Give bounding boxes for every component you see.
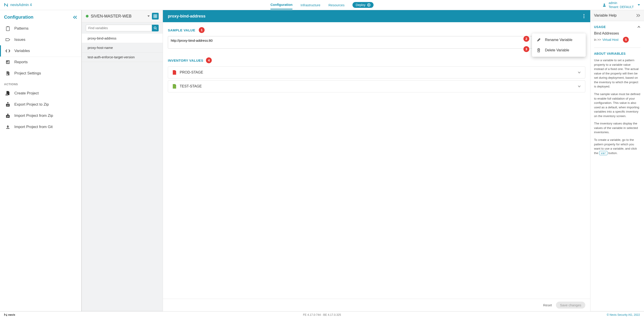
help-expand-button[interactable] [636, 14, 640, 17]
virtual-host-link[interactable]: Virtual Host [602, 38, 618, 42]
nevis-logo-icon [4, 3, 8, 7]
play-icon [367, 3, 370, 7]
chevron-down-icon [578, 71, 581, 74]
save-button[interactable]: Save changes [556, 302, 585, 308]
action-import-git[interactable]: Import Project from Git [0, 121, 81, 133]
table-view-button[interactable] [152, 13, 159, 20]
rename-variable-button[interactable]: Rename Variable 2 [532, 35, 586, 45]
svg-rect-1 [6, 27, 10, 31]
deploy-button[interactable]: Deploy [352, 2, 374, 8]
sidebar-item-variables[interactable]: Variables [0, 45, 81, 57]
project-name-label: SIVEN-MASTER-WEB [91, 14, 132, 18]
user-menu[interactable]: admin Tenant: DEFAULT [602, 1, 640, 9]
help-panel: Variable Help USAGE Bind Addresses in >>… [590, 10, 644, 311]
nav-infrastructure[interactable]: Infrastructure [300, 1, 320, 9]
help-paragraph: Use a variable to set a pattern property… [594, 58, 640, 89]
project-selector[interactable]: SIVEN-MASTER-WEB [91, 14, 144, 19]
nav-configuration[interactable]: Configuration [270, 1, 292, 10]
sample-value-input[interactable] [168, 36, 585, 49]
chevron-up-icon[interactable] [637, 26, 640, 28]
annotation-badge-2: 2 [524, 36, 529, 42]
sample-value-label: SAMPLE VALUE [168, 28, 195, 32]
footer: nevis FE 4.17.0-744 - BE 4.17.0.325 © Ne… [0, 311, 644, 318]
top-bar: nevisAdmin 4 Configuration Infrastructur… [0, 0, 644, 10]
action-import-zip[interactable]: ZIP Import Project from Zip [0, 110, 81, 121]
svg-rect-2 [7, 26, 8, 27]
help-paragraph: The inventory values display the values … [594, 121, 640, 135]
var-pill: var [599, 151, 608, 155]
tag-icon [6, 37, 10, 42]
chevron-down-icon [638, 4, 640, 6]
search-variables-input[interactable] [86, 25, 152, 31]
sidebar-actions-label: ACTIONS [0, 79, 81, 88]
variable-list: proxy-bind-address proxy-host-name test-… [82, 34, 163, 62]
action-label: Export Project to Zip [14, 102, 49, 107]
sidebar-item-label: Variables [14, 49, 30, 53]
search-button[interactable] [152, 25, 159, 31]
annotation-badge-3: 3 [524, 46, 529, 52]
about-label: ABOUT VARIABLES [594, 52, 626, 55]
sidebar-item-label: Reports [14, 60, 28, 64]
svg-point-0 [604, 4, 605, 5]
sidebar-item-patterns[interactable]: Patterns [0, 23, 81, 34]
action-create-project[interactable]: Create Project [0, 88, 81, 99]
double-chevron-left-icon [73, 16, 77, 19]
sidebar-item-project-settings[interactable]: Project Settings [0, 68, 81, 79]
inventory-row-prod[interactable]: PROD-STAGE [168, 66, 585, 79]
main-nav: Configuration Infrastructure Resources D… [270, 1, 374, 10]
sidebar-collapse-button[interactable] [73, 16, 77, 19]
inventory-name: PROD-STAGE [180, 70, 574, 75]
user-name: admin [608, 1, 634, 5]
variables-panel: SIVEN-MASTER-WEB proxy-bind-address prox… [82, 10, 163, 311]
delete-variable-button[interactable]: Delete Variable 3 [532, 45, 586, 55]
reset-button[interactable]: Reset [543, 303, 552, 307]
user-text: admin Tenant: DEFAULT [608, 1, 634, 9]
sidebar-item-label: Patterns [14, 26, 28, 31]
sidebar-item-issues[interactable]: Issues [0, 34, 81, 45]
sidebar-title: Configuration [4, 15, 34, 20]
file-icon [172, 84, 176, 89]
clipboard-icon [6, 26, 10, 31]
chevron-down-icon [578, 85, 581, 88]
chevron-down-icon [148, 16, 150, 17]
trash-icon [536, 48, 541, 53]
zip-up-icon: ZIP [6, 102, 10, 107]
code-icon [6, 49, 10, 53]
variable-menu-button[interactable] [582, 13, 585, 19]
action-label: Import Project from Zip [14, 114, 53, 118]
help-title: Variable Help [594, 13, 617, 18]
status-dot-icon [86, 15, 88, 18]
sidebar-item-label: Issues [14, 38, 25, 42]
sidebar-item-label: Project Settings [14, 71, 41, 76]
svg-rect-6 [8, 61, 9, 63]
action-export-zip[interactable]: ZIP Export Project to Zip [0, 99, 81, 110]
svg-text:ZIP: ZIP [7, 116, 9, 117]
variable-item[interactable]: proxy-bind-address [82, 34, 163, 43]
annotation-badge-1: 1 [199, 27, 204, 33]
variable-detail-panel: proxy-bind-address SAMPLE VALUE 1 Rename… [163, 10, 590, 311]
download-icon [6, 124, 10, 129]
svg-point-15 [154, 27, 156, 29]
help-paragraph: To create a variable, go to the pattern … [594, 138, 640, 155]
variable-item[interactable]: test-auth-enforce-target-version [82, 53, 163, 62]
sidebar-item-reports[interactable]: Reports [0, 57, 81, 68]
user-tenant: Tenant: DEFAULT [608, 5, 634, 9]
variable-context-menu: Rename Variable 2 Delete Variable 3 [532, 34, 586, 57]
variable-item[interactable]: proxy-host-name [82, 43, 163, 53]
action-label: Import Project from Git [14, 125, 53, 129]
nevis-logo-icon [4, 313, 7, 316]
user-icon [602, 3, 606, 7]
inventory-row-test[interactable]: TEST-STAGE [168, 80, 585, 92]
usage-item-path: in >> Virtual Host 5 [594, 37, 640, 43]
delete-label: Delete Variable [545, 48, 569, 52]
annotation-badge-5: 5 [623, 37, 629, 43]
footer-brand: nevis [4, 313, 15, 316]
svg-point-8 [7, 75, 8, 75]
file-icon [172, 70, 176, 75]
brand-logo[interactable]: nevisAdmin 4 [4, 3, 32, 7]
double-chevron-right-icon [636, 14, 640, 17]
help-paragraph: The sample value must be defined to enab… [594, 92, 640, 118]
deploy-label: Deploy [356, 3, 366, 7]
nav-resources[interactable]: Resources [328, 1, 345, 9]
svg-rect-14 [154, 15, 157, 18]
